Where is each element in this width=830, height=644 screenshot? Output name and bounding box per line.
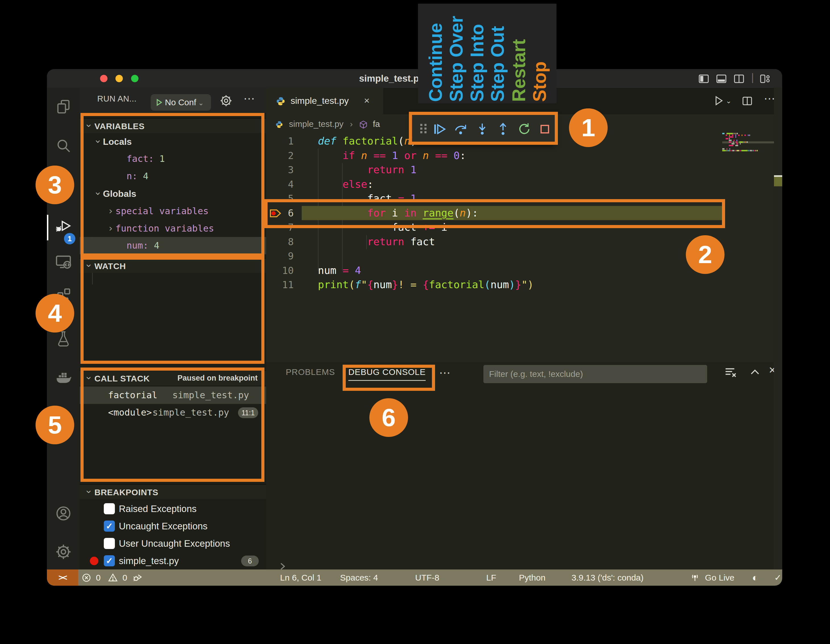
callout-circle-2: 2 — [686, 235, 724, 274]
screenshot-canvas: simple_test.py — project | — [0, 0, 830, 644]
debug-action-label: Step Out — [487, 4, 508, 102]
debug-action-label: Continue — [425, 4, 446, 102]
breakpoints-header[interactable]: ›BREAKPOINTS — [79, 484, 266, 499]
account-icon[interactable] — [55, 505, 72, 522]
annotation-box-watch — [81, 257, 265, 364]
annotation-box-current-line — [265, 199, 725, 228]
line-number: 9 — [266, 249, 294, 263]
breakpoint-checkbox[interactable] — [104, 503, 115, 514]
debug-session-badge: 1 — [64, 233, 75, 244]
callout-circle-5: 5 — [36, 406, 74, 444]
symbol-cube-icon — [359, 121, 367, 129]
breakpoint-dot-icon — [90, 557, 98, 565]
annotation-box-call-stack — [81, 368, 265, 482]
breakpoint-count-badge: 6 — [241, 555, 259, 566]
debug-settings-gear-icon[interactable] — [220, 94, 233, 108]
maximize-panel-icon[interactable] — [749, 366, 761, 380]
problems-status[interactable]: 0 0 — [82, 569, 127, 586]
breakpoint-row[interactable]: ✓simple_test.py6 — [79, 552, 266, 569]
panel-tab-problems[interactable]: PROBLEMS — [286, 367, 335, 377]
docker-icon[interactable] — [55, 370, 72, 387]
spell-checker-status[interactable]: ✓ Spell — [774, 569, 782, 586]
ruler-highlight-marker — [774, 177, 782, 186]
tab-simple-test[interactable]: simple_test.py × — [266, 88, 383, 114]
toggle-panel-icon[interactable] — [716, 73, 727, 86]
debug-action-label: Stop — [529, 4, 550, 102]
broadcast-icon — [690, 573, 700, 582]
code-line[interactable]: 11print(f"{num}! = {factorial(num)}") — [266, 278, 782, 292]
eol-status[interactable]: LF — [486, 569, 496, 586]
breakpoint-row[interactable]: ✓Uncaught Exceptions — [79, 517, 266, 535]
search-icon[interactable] — [55, 137, 72, 154]
console-filter-input[interactable] — [483, 365, 707, 383]
annotation-box-debug-toolbar — [409, 112, 558, 145]
code-line[interactable]: 3 return 1 — [266, 163, 782, 177]
python-file-icon — [276, 97, 285, 106]
callout-circle-4: 4 — [36, 294, 74, 333]
debug-action-label: Step Into — [467, 4, 487, 102]
titlebar-divider: | — [751, 71, 754, 83]
callout-circle-1: 1 — [569, 108, 608, 147]
breakpoint-row[interactable]: Raised Exceptions — [79, 500, 266, 517]
split-editor-icon[interactable] — [741, 95, 753, 108]
overview-ruler[interactable] — [774, 88, 782, 569]
callout-circle-6: 6 — [369, 398, 408, 437]
debug-action-label: Restart — [509, 4, 529, 102]
line-number: 8 — [266, 235, 294, 249]
run-and-debug-header: RUN AN... No Conf ⌄ ⋯ — [79, 88, 266, 113]
encoding-status[interactable]: UTF-8 — [415, 569, 439, 586]
editor-more-actions-icon[interactable]: ⋯ — [764, 92, 775, 105]
active-view-indicator — [47, 215, 48, 240]
bottom-panel: PROBLEMSDEBUG CONSOLE ⋯ × — [266, 362, 782, 569]
annotation-box-debug-console — [343, 365, 435, 391]
run-python-file-icon[interactable]: ⌄ — [713, 95, 732, 108]
breakpoint-row[interactable]: User Uncaught Exceptions — [79, 535, 266, 552]
callout-circle-3: 3 — [36, 165, 74, 204]
customize-layout-icon[interactable] — [759, 73, 771, 86]
breadcrumb-file: simple_test.py — [289, 119, 344, 128]
run-and-debug-icon[interactable] — [55, 218, 72, 235]
tab-close-icon[interactable]: × — [364, 95, 370, 106]
line-number: 11 — [266, 278, 294, 292]
sidebar-more-actions-icon[interactable]: ⋯ — [243, 92, 255, 105]
cursor-position[interactable]: Ln 6, Col 1 — [280, 569, 321, 586]
titlebar: simple_test.py — project | — [47, 69, 782, 88]
error-icon — [82, 573, 91, 582]
toggle-sidebar-icon[interactable] — [698, 73, 710, 86]
line-number: 3 — [266, 163, 294, 177]
debug-config-dropdown[interactable]: No Conf ⌄ — [151, 94, 211, 111]
python-interpreter[interactable]: 3.9.13 ('ds': conda) — [572, 569, 643, 586]
breakpoint-label: Uncaught Exceptions — [119, 517, 208, 535]
python-file-icon — [275, 121, 283, 128]
breakpoint-label: Raised Exceptions — [119, 500, 196, 517]
code-line[interactable]: 4 else: — [266, 177, 782, 192]
language-mode[interactable]: Python — [519, 569, 545, 586]
explorer-icon[interactable] — [55, 98, 72, 115]
go-live-button[interactable]: Go Live — [690, 569, 735, 586]
annotation-box-variables — [81, 113, 265, 257]
breakpoint-checkbox[interactable] — [104, 538, 115, 549]
remote-explorer-icon[interactable] — [55, 254, 72, 270]
test-flask-icon[interactable] — [55, 330, 72, 347]
line-number: 10 — [266, 263, 294, 278]
editor-group: simple_test.py × ⌄ ⋯ simple_test.py › fa — [266, 88, 782, 569]
indentation-status[interactable]: Spaces: 4 — [340, 569, 378, 586]
warning-icon — [108, 573, 118, 582]
settings-gear-icon[interactable] — [55, 544, 72, 560]
breakpoint-checkbox[interactable]: ✓ — [104, 555, 115, 566]
breakpoint-label: User Uncaught Exceptions — [119, 535, 230, 552]
run-and-debug-title: RUN AN... — [97, 94, 136, 103]
window-title: simple_test.py — project — [47, 69, 782, 88]
breadcrumb-symbol: fa — [373, 119, 380, 128]
split-editor-layout-icon[interactable] — [733, 73, 745, 86]
debug-status-icon[interactable] — [132, 569, 143, 586]
status-bar: >< 0 0 Ln 6, Col 1 Spaces: 4 UTF-8 LF Py… — [47, 569, 782, 586]
clear-console-icon[interactable] — [724, 366, 737, 380]
panel-more-actions-icon[interactable]: ⋯ — [439, 366, 450, 379]
minimap[interactable] — [722, 133, 774, 152]
code-line[interactable]: 2 if n == 1 or n == 0: — [266, 149, 782, 163]
remote-indicator[interactable]: >< — [47, 569, 78, 586]
contrast-icon[interactable]: ◐ — [752, 569, 758, 586]
line-number: 1 — [266, 134, 294, 149]
breakpoint-checkbox[interactable]: ✓ — [104, 520, 115, 531]
